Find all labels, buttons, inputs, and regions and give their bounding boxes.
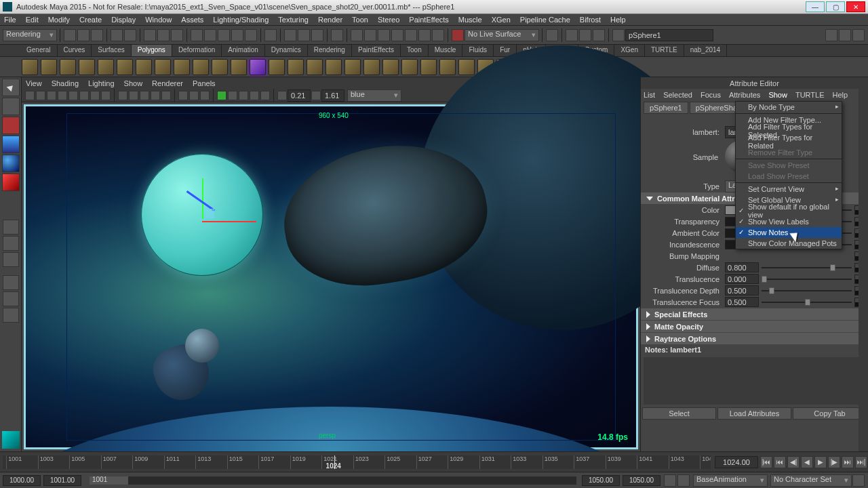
poly-combine-icon[interactable] — [269, 59, 285, 75]
construction-icon[interactable] — [546, 29, 558, 41]
sec-special[interactable]: Special Effects — [641, 308, 868, 320]
ae-list[interactable]: List — [644, 91, 655, 99]
translf-slider[interactable] — [762, 298, 852, 307]
menu-bifrost[interactable]: Bifrost — [580, 16, 601, 24]
history-toggle-icon[interactable] — [264, 29, 277, 41]
menu-pipeline[interactable]: Pipeline Cache — [520, 16, 570, 24]
xform4-icon[interactable] — [391, 29, 403, 41]
sm-add-rel[interactable]: Add Filter Types for Related — [736, 136, 842, 147]
set-key-icon[interactable] — [677, 474, 690, 487]
msaa-icon[interactable] — [250, 91, 259, 100]
shelf-general[interactable]: General — [20, 45, 58, 56]
diffuse-slider[interactable] — [762, 263, 852, 272]
anim-start-field[interactable]: 1000.00 — [3, 475, 41, 486]
poly-prism-icon[interactable] — [231, 59, 247, 75]
ae-help[interactable]: Help — [833, 91, 848, 99]
camera-attr-icon[interactable] — [36, 91, 45, 100]
channelbox-icon[interactable] — [852, 29, 865, 41]
poly-bevel-icon[interactable] — [344, 59, 361, 75]
quick-select-icon[interactable] — [612, 29, 625, 41]
new-scene-icon[interactable] — [64, 29, 76, 41]
menu-file[interactable]: File — [4, 16, 16, 24]
shaded-icon[interactable] — [129, 91, 138, 100]
time-ruler[interactable]: 1024 10011003100510071009101110131015101… — [3, 455, 711, 469]
sm-show-pots[interactable]: Show Color Managed Pots — [736, 238, 842, 249]
isolate-icon[interactable] — [178, 91, 188, 100]
transl-field[interactable] — [725, 274, 759, 284]
poly-extrude-icon[interactable] — [307, 59, 323, 75]
menu-stereo[interactable]: Stereo — [378, 16, 399, 24]
gamma-field[interactable] — [321, 89, 344, 102]
ssao-icon[interactable] — [239, 91, 248, 100]
quick-select-field[interactable] — [625, 29, 713, 41]
shelf-curves[interactable]: Curves — [58, 45, 92, 56]
manip-y-axis[interactable] — [202, 178, 203, 219]
sec-matte[interactable]: Matte Opacity — [641, 321, 868, 332]
panel-shading[interactable]: Shading — [52, 79, 79, 87]
vp2-indicator-icon[interactable] — [217, 91, 226, 100]
wireframe-icon[interactable] — [118, 91, 127, 100]
shelf-toon[interactable]: Toon — [401, 45, 429, 56]
step-fwd-button[interactable]: |▶ — [828, 456, 840, 468]
poly-append-icon[interactable] — [382, 59, 399, 75]
range-track[interactable]: 1001 — [90, 476, 576, 485]
shelf-fluids[interactable]: Fluids — [462, 45, 494, 56]
goto-start-button[interactable]: |⏮ — [760, 456, 772, 468]
anim-layer-dropdown[interactable]: BaseAnimation — [693, 474, 768, 487]
menu-lighting[interactable]: Lighting/Shading — [213, 16, 269, 24]
scene-psphere1[interactable] — [141, 154, 263, 276]
layout-single-icon[interactable] — [3, 220, 19, 235]
menu-painteffects[interactable]: PaintEffects — [409, 16, 449, 24]
snap-grid-icon[interactable] — [191, 29, 203, 41]
exposure-icon[interactable] — [277, 91, 287, 100]
xray-icon[interactable] — [189, 91, 199, 100]
sidebar-toggle-icon[interactable] — [825, 29, 837, 41]
exposure-field[interactable] — [288, 89, 311, 102]
workspace-dropdown[interactable]: Rendering — [3, 29, 57, 41]
step-fwd-key-button[interactable]: ⏭ — [842, 456, 854, 468]
play-start-field[interactable]: 1001.00 — [43, 475, 81, 486]
render-frame-icon[interactable] — [284, 29, 296, 41]
live-surface-dropdown[interactable]: No Live Surface — [465, 29, 539, 41]
layout-icon[interactable] — [839, 29, 851, 41]
manip-z-axis[interactable] — [186, 190, 216, 211]
poly-separate-icon[interactable] — [288, 59, 304, 75]
shelf-xgen[interactable]: XGen — [614, 45, 645, 56]
anim-end-field[interactable]: 1050.00 — [623, 475, 660, 486]
menu-render[interactable]: Render — [318, 16, 342, 24]
shadows-icon[interactable] — [161, 91, 171, 100]
menu-modify[interactable]: Modify — [48, 16, 70, 24]
open-scene-icon[interactable] — [77, 29, 90, 41]
shelf-painteffects[interactable]: PaintEffects — [352, 45, 401, 56]
sm-show-default[interactable]: ✓Show default if no global view — [736, 205, 842, 216]
snap-plane-icon[interactable] — [231, 29, 243, 41]
redo-icon[interactable] — [124, 29, 136, 41]
diffuse-field[interactable] — [725, 262, 759, 272]
move-tool[interactable] — [2, 136, 20, 153]
poly-pyramid-icon[interactable] — [136, 59, 152, 75]
panel-panels[interactable]: Panels — [193, 79, 216, 87]
lock-icon[interactable] — [331, 29, 343, 41]
ae-show[interactable]: Show — [768, 91, 787, 99]
right-side-tabs[interactable] — [859, 77, 868, 451]
lights-icon[interactable] — [151, 91, 160, 100]
poly-plane-icon[interactable] — [98, 59, 114, 75]
panel-view[interactable]: View — [26, 79, 42, 87]
sec-ray[interactable]: Raytrace Options — [641, 333, 868, 344]
ae-select-button[interactable]: Select — [642, 407, 716, 420]
poly-type-icon[interactable] — [250, 59, 266, 75]
panel-show[interactable]: Show — [124, 79, 143, 87]
poly-pipe-icon[interactable] — [155, 59, 171, 75]
select-comp-icon[interactable] — [171, 29, 183, 41]
scale-tool[interactable] — [2, 174, 20, 191]
live-off-icon[interactable] — [452, 29, 464, 41]
view-transform-dropdown[interactable]: blue — [347, 89, 401, 102]
shelf-muscle[interactable]: Muscle — [429, 45, 463, 56]
xform-icon[interactable] — [351, 29, 363, 41]
menu-window[interactable]: Window — [145, 16, 172, 24]
viewport[interactable]: 960 x 540 persp 14.8 fps — [24, 104, 638, 449]
transld-slider[interactable] — [762, 286, 852, 296]
menu-display[interactable]: Display — [111, 16, 136, 24]
shelf-surfaces[interactable]: Surfaces — [92, 45, 131, 56]
prefs-icon[interactable] — [852, 474, 865, 487]
